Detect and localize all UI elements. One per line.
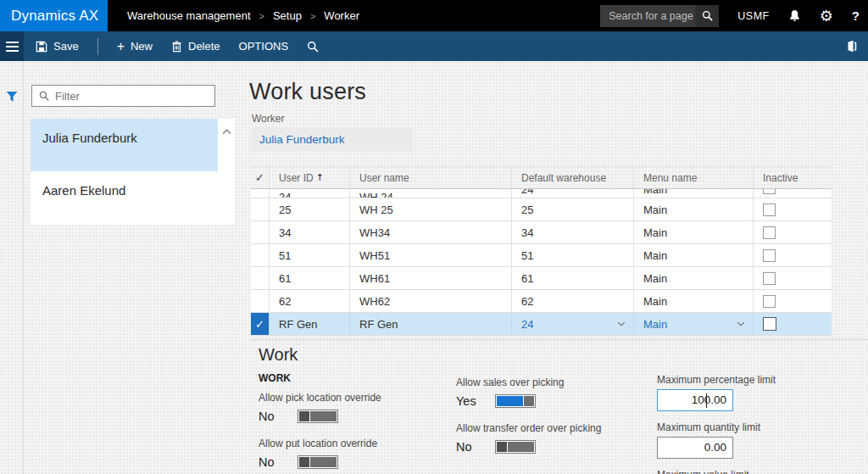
command-separator [97, 38, 98, 55]
cell-user-id[interactable]: 61 [269, 267, 349, 289]
office-icon[interactable] [846, 40, 858, 53]
help-icon[interactable]: ? [852, 8, 860, 23]
worker-list-item[interactable]: Aaren Ekelund [31, 171, 218, 224]
cell-value: Main [643, 189, 667, 198]
chevron-up-icon[interactable] [222, 129, 231, 225]
chevron-down-icon[interactable] [737, 321, 745, 326]
cell-inactive [753, 198, 832, 220]
delete-button[interactable]: Delete [171, 40, 220, 53]
breadcrumb-item[interactable]: Worker [324, 9, 359, 22]
table-row[interactable]: 34WH3434Main [251, 221, 832, 244]
cell-user-name[interactable]: WH34 [349, 221, 511, 243]
breadcrumb-item[interactable]: Setup [273, 9, 302, 22]
sort-ascending-icon: ↑ [316, 172, 324, 183]
save-button[interactable]: Save [36, 40, 79, 53]
filter-input[interactable]: Filter [31, 85, 215, 107]
cell-default-warehouse[interactable]: 24 [511, 189, 633, 198]
cell-default-warehouse[interactable]: 61 [511, 267, 633, 289]
toggle-switch[interactable] [495, 394, 536, 408]
toggle-switch[interactable] [298, 410, 338, 423]
row-select-cell[interactable] [251, 267, 269, 289]
command-search-icon[interactable] [307, 41, 319, 53]
cell-user-name[interactable]: WH 24 [349, 189, 511, 198]
search-icon[interactable] [695, 5, 719, 27]
cell-default-warehouse[interactable]: 51 [511, 244, 633, 266]
cell-user-id[interactable]: 51 [269, 244, 349, 266]
table-row[interactable]: ✓RF GenRF Gen24Main [251, 313, 832, 336]
inactive-checkbox[interactable] [763, 189, 776, 194]
cell-user-id[interactable]: 25 [269, 198, 349, 220]
inactive-checkbox[interactable] [763, 226, 776, 239]
chevron-down-icon[interactable] [617, 321, 626, 326]
cell-menu-name[interactable]: Main [633, 244, 753, 266]
toggle-switch[interactable] [298, 455, 338, 469]
cell-value: 24 [521, 189, 533, 198]
worker-field-value[interactable]: Julia Funderburk [251, 128, 413, 151]
column-header-default-warehouse[interactable]: Default warehouse [511, 167, 633, 188]
toggle-switch[interactable] [495, 440, 536, 454]
list-scrollbar[interactable] [218, 119, 235, 225]
row-select-cell[interactable]: ✓ [251, 313, 269, 335]
cell-menu-name[interactable]: Main [633, 221, 753, 243]
table-row[interactable]: 24WH 2424Main [251, 189, 832, 198]
company-selector[interactable]: USMF [737, 10, 769, 22]
cell-user-id[interactable]: 34 [269, 221, 349, 243]
cell-default-warehouse[interactable]: 34 [511, 221, 633, 243]
cell-user-id[interactable]: RF Gen [269, 313, 349, 335]
row-select-cell[interactable] [251, 221, 269, 243]
table-row[interactable]: 61WH6161Main [251, 267, 832, 290]
new-button[interactable]: + New [117, 40, 153, 53]
cell-user-name[interactable]: WH 25 [349, 198, 511, 220]
column-header-user-id[interactable]: User ID↑ [269, 167, 349, 188]
row-select-cell[interactable] [251, 290, 269, 312]
column-header-inactive[interactable]: Inactive [753, 167, 832, 188]
settings-gear-icon[interactable]: ⚙ [820, 8, 833, 24]
column-header-user-name[interactable]: User name [349, 167, 511, 188]
cell-default-warehouse[interactable]: 62 [511, 290, 633, 312]
table-row[interactable]: 25WH 2525Main [251, 198, 832, 221]
options-menu[interactable]: OPTIONS [239, 40, 289, 53]
cell-value: 51 [521, 249, 533, 262]
inactive-checkbox[interactable] [763, 249, 776, 262]
cell-menu-name[interactable]: Main [633, 313, 753, 335]
cell-menu-name[interactable]: Main [633, 189, 753, 198]
toggle-field: Allow sales over pickingYes [456, 376, 651, 409]
field-input[interactable]: 100.00 [657, 389, 733, 411]
inactive-checkbox[interactable] [763, 272, 776, 285]
cell-user-name[interactable]: RF Gen [349, 313, 511, 335]
column-header-menu-name[interactable]: Menu name [633, 167, 753, 188]
cell-menu-name[interactable]: Main [633, 198, 753, 220]
cell-default-warehouse[interactable]: 25 [511, 198, 633, 220]
cell-user-name[interactable]: WH62 [349, 290, 511, 312]
filter-placeholder: Filter [55, 90, 80, 103]
filter-funnel-icon[interactable] [6, 91, 18, 103]
field-input[interactable]: 0.00 [657, 437, 733, 459]
cell-menu-name[interactable]: Main [633, 267, 753, 289]
inactive-checkbox[interactable] [763, 204, 776, 216]
worker-list-item[interactable]: Julia Funderburk [31, 119, 218, 171]
cell-default-warehouse[interactable]: 24 [511, 313, 633, 335]
table-row[interactable]: 62WH6262Main [251, 290, 832, 313]
row-select-cell[interactable] [251, 189, 269, 198]
breadcrumb-item[interactable]: Warehouse management [127, 9, 251, 22]
row-select-cell[interactable] [251, 198, 269, 220]
toggle-knob [299, 457, 309, 467]
notifications-bell-icon[interactable] [788, 9, 801, 23]
cell-user-name[interactable]: WH51 [349, 244, 511, 266]
grid-header-row: ✓ User ID↑ User name Default warehouse M… [251, 167, 832, 189]
page-search-box[interactable]: Search for a page [600, 5, 719, 27]
cell-menu-name[interactable]: Main [633, 290, 753, 312]
app-logo[interactable]: Dynamics AX [0, 0, 108, 31]
menu-hamburger-icon[interactable] [0, 31, 24, 61]
cell-user-id[interactable]: 24 [269, 189, 349, 198]
cell-inactive [753, 244, 832, 266]
cell-user-name[interactable]: WH61 [349, 267, 511, 289]
text-caret [706, 393, 707, 408]
cell-user-id[interactable]: 62 [269, 290, 349, 312]
inactive-checkbox[interactable] [763, 295, 776, 308]
inactive-checkbox[interactable] [763, 317, 776, 331]
command-bar: Save + New Delete OPTIONS [0, 31, 868, 61]
select-all-check-icon[interactable]: ✓ [251, 167, 269, 188]
row-select-cell[interactable] [251, 244, 269, 266]
table-row[interactable]: 51WH5151Main [251, 244, 832, 267]
